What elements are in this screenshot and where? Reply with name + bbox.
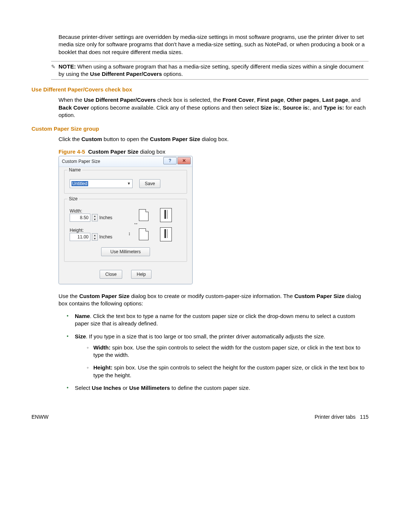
close-icon[interactable]: ✕: [177, 157, 191, 164]
note-text-b: options.: [162, 71, 183, 77]
intro-paragraph: Because printer-driver settings are over…: [59, 33, 369, 56]
footer-page-number: 115: [360, 414, 369, 420]
list-item: Width: spin box. Use the spin controls t…: [87, 344, 369, 359]
list-item: Name. Click the text box to type a name …: [67, 312, 369, 328]
page-width-icon: [139, 209, 149, 221]
close-button[interactable]: Close: [100, 270, 122, 279]
note-icon: ✎: [51, 63, 56, 78]
list-item: Select Use Inches or Use Millimeters to …: [67, 384, 369, 392]
height-spinner[interactable]: ▲▼: [92, 233, 98, 241]
height-unit: Inches: [99, 234, 112, 240]
name-value: Untitled: [71, 181, 88, 186]
width-label: Width:: [70, 208, 133, 214]
width-input[interactable]: 8.50: [70, 214, 90, 222]
heading-custom-group: Custom Paper Size group: [31, 126, 369, 132]
note-block: ✎ NOTE: When using a software program th…: [51, 61, 369, 80]
name-fieldset: Name Untitled ▼ Save: [64, 170, 187, 194]
custom-paper-size-dialog: Custom Paper Size ? ✕ Name Untitled ▼ Sa…: [59, 156, 193, 284]
help-button[interactable]: Help: [131, 270, 151, 279]
note-label: NOTE:: [59, 63, 76, 70]
name-legend: Name: [67, 167, 82, 173]
page-footer: ENWW Printer driver tabs 115: [31, 414, 369, 420]
dialog-title: Custom Paper Size: [62, 159, 100, 164]
custom-paragraph: Click the Custom button to open the Cust…: [59, 135, 369, 143]
help-icon[interactable]: ?: [163, 157, 177, 164]
page-preview-2-icon: [160, 227, 172, 241]
size-legend: Size: [67, 196, 79, 201]
heading-use-different: Use Different Paper/Covers check box: [31, 86, 369, 93]
page-preview-1-icon: [160, 208, 172, 222]
list-item: Size. If you type in a size that is too …: [67, 333, 369, 379]
save-button[interactable]: Save: [139, 179, 160, 188]
use-millimeters-button[interactable]: Use Millimeters: [101, 247, 150, 256]
footer-section: Printer driver tabs: [314, 414, 355, 420]
width-unit: Inches: [99, 215, 112, 220]
dialog-titlebar: Custom Paper Size ? ✕: [59, 156, 192, 167]
note-bold: Use Different Paper/Covers: [90, 71, 162, 77]
height-label: Height:: [70, 228, 133, 233]
width-spinner[interactable]: ▲▼: [92, 214, 98, 221]
page-height-icon: [139, 228, 149, 240]
checkbox-paragraph: When the Use Different Paper/Covers chec…: [59, 96, 369, 119]
list-item: Height: spin box. Use the spin controls …: [87, 364, 369, 379]
height-input[interactable]: 11.00: [70, 233, 90, 241]
after-figure-paragraph: Use the Custom Paper Size dialog box to …: [59, 292, 369, 308]
figure-caption: Figure 4-5 Custom Paper Size dialog box: [59, 148, 369, 155]
name-combo[interactable]: Untitled ▼: [70, 179, 133, 188]
chevron-down-icon: ▼: [127, 181, 131, 185]
footer-left: ENWW: [31, 414, 49, 420]
size-fieldset: Size Width: 8.50 ▲▼ Inches: [64, 199, 187, 262]
